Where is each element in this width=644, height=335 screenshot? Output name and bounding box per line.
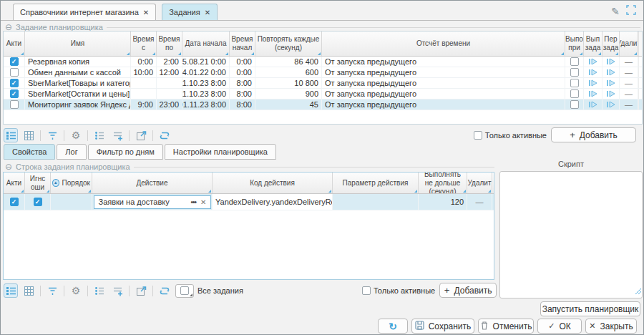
bullet-list-icon[interactable]	[92, 128, 107, 142]
active-checkbox[interactable]	[10, 89, 19, 98]
add-line-button[interactable]: + Добавить	[439, 283, 497, 298]
ellipsis-button[interactable]: •••	[188, 198, 200, 206]
export-icon[interactable]	[134, 283, 148, 298]
run-task-icon[interactable]	[584, 99, 602, 110]
close-button[interactable]: ✕ Закрыть	[585, 319, 637, 334]
clear-icon[interactable]: ✕	[199, 198, 210, 206]
add-task-button[interactable]: + Добавить	[551, 127, 636, 142]
run-task-icon[interactable]	[584, 78, 602, 88]
only-active-checkbox[interactable]	[362, 286, 371, 295]
cancel-button[interactable]: Отменить	[478, 319, 534, 334]
column-header-start-time[interactable]: Время начал	[230, 31, 255, 56]
add-row-icon[interactable]	[110, 283, 125, 298]
run-at-checkbox[interactable]	[570, 68, 579, 77]
edit-pencil-icon[interactable]: ✎	[611, 6, 620, 16]
delete-row-button[interactable]: —	[620, 67, 638, 77]
column-header-action-param[interactable]: Параметр действия	[333, 173, 419, 193]
column-header-active[interactable]: Акти	[4, 173, 25, 193]
list-view-icon[interactable]	[4, 128, 18, 142]
column-header-countdown[interactable]: Отсчёт времени	[322, 31, 565, 56]
column-header-time-from[interactable]: Время с	[131, 31, 157, 56]
column-header-action[interactable]: Действие	[92, 173, 213, 193]
script-textarea[interactable]	[499, 171, 643, 298]
tab-tasks[interactable]: Задания ✕	[162, 4, 218, 20]
close-icon[interactable]: ✕	[205, 9, 210, 16]
close-icon[interactable]: ✕	[143, 9, 149, 16]
column-header-start-date[interactable]: Дата начала	[182, 31, 230, 56]
table-row[interactable]: Обмен данными с кассой 10:00 12:00 14.01…	[4, 67, 642, 78]
delete-row-button[interactable]: —	[620, 78, 638, 88]
only-active-filter[interactable]: Только активные	[362, 286, 435, 295]
active-checkbox[interactable]	[10, 79, 19, 87]
refresh-button[interactable]: ↻	[378, 319, 408, 334]
save-button[interactable]: Сохранить	[411, 319, 474, 334]
run-at-checkbox[interactable]	[570, 57, 579, 66]
rerun-task-icon[interactable]	[602, 78, 620, 88]
column-header-time-to[interactable]: Время по	[157, 31, 182, 56]
delete-row-button[interactable]: —	[620, 89, 638, 99]
fullscreen-icon[interactable]	[626, 5, 636, 18]
run-scheduler-button[interactable]: Запустить планировщик	[540, 301, 640, 316]
only-active-filter[interactable]: Только активные	[474, 131, 547, 140]
scrollbar-track[interactable]	[638, 31, 643, 56]
reload-icon[interactable]	[157, 128, 172, 142]
resize-handle[interactable]	[634, 284, 641, 297]
column-header-run-at[interactable]: Выпо при	[565, 31, 584, 56]
rerun-task-icon[interactable]	[602, 99, 620, 110]
delete-row-button[interactable]: —	[620, 57, 638, 67]
column-header-delete[interactable]: Удалит	[467, 173, 492, 193]
delete-row-button[interactable]: —	[467, 194, 492, 210]
filter-icon[interactable]	[45, 283, 59, 298]
column-header-rerun-task[interactable]: Пер зада	[602, 31, 620, 56]
column-header-delete[interactable]: Удалит	[620, 31, 638, 56]
column-header-order[interactable]: ▲ Порядок	[51, 173, 92, 193]
column-header-active[interactable]: Акти	[4, 31, 25, 56]
table-row-selected[interactable]: Мониторинг заявок Яндекс Дост 9:00 23:00…	[4, 99, 642, 110]
task-line-row[interactable]: Заявки на доставку ••• ✕ YandexDelivery.…	[4, 194, 494, 210]
column-header-ignore-errors[interactable]: Игнс оши	[25, 173, 51, 193]
gear-icon[interactable]: ⚙	[69, 128, 83, 142]
grid-view-icon[interactable]	[21, 283, 36, 298]
run-task-icon[interactable]	[584, 67, 602, 77]
only-active-checkbox[interactable]	[474, 131, 482, 140]
rerun-task-icon[interactable]	[602, 57, 620, 67]
collapse-icon[interactable]: ⊖	[5, 162, 12, 171]
run-at-checkbox[interactable]	[570, 89, 579, 98]
active-checkbox[interactable]	[10, 100, 19, 109]
active-checkbox[interactable]	[10, 68, 19, 77]
tab-scheduler-settings[interactable]: Настройки планировщика	[165, 144, 276, 160]
table-row[interactable]: SberMarket[Товары и категории] 11.10.23 …	[4, 78, 642, 89]
run-task-icon[interactable]	[584, 57, 602, 67]
rerun-task-icon[interactable]	[602, 67, 620, 77]
table-row[interactable]: SberMarket[Остатки и цены] 11.10.23 8:00…	[4, 89, 642, 99]
gear-icon[interactable]: ⚙	[69, 283, 83, 298]
tab-log[interactable]: Лог	[57, 144, 86, 160]
grid-view-icon[interactable]	[21, 128, 36, 142]
add-row-icon[interactable]	[110, 128, 125, 142]
action-editor[interactable]: Заявки на доставку ••• ✕	[94, 195, 211, 209]
column-header-name[interactable]: Имя	[25, 31, 131, 56]
column-header-max-duration[interactable]: Выполнять не дольше (секунд)	[419, 173, 467, 193]
table-row[interactable]: Резервная копия 0:00 2:00 25.08.21 0:00 …	[4, 57, 642, 67]
export-icon[interactable]	[134, 128, 148, 142]
active-checkbox[interactable]	[10, 198, 19, 206]
rerun-task-icon[interactable]	[602, 89, 620, 99]
active-checkbox[interactable]	[10, 57, 19, 66]
column-header-repeat[interactable]: Повторять каждые (секунд)	[255, 31, 322, 56]
filter-icon[interactable]	[45, 128, 59, 142]
list-view-icon[interactable]	[4, 283, 18, 298]
column-header-run-task[interactable]: Вып зада	[584, 31, 602, 56]
tab-day-filter[interactable]: Фильтр по дням	[88, 144, 163, 160]
ok-button[interactable]: ✓ ОК	[537, 319, 582, 334]
run-at-checkbox[interactable]	[570, 79, 579, 87]
all-tasks-checkbox[interactable]	[175, 284, 194, 298]
tab-directories[interactable]: Справочники интернет магазина ✕	[13, 4, 156, 20]
reload-icon[interactable]	[157, 283, 172, 298]
run-at-checkbox[interactable]	[570, 100, 579, 109]
delete-row-button[interactable]: —	[620, 99, 638, 110]
column-header-action-code[interactable]: Код действия	[213, 173, 333, 193]
ignore-errors-checkbox[interactable]	[34, 198, 42, 206]
bullet-list-icon[interactable]	[92, 283, 107, 298]
tab-properties[interactable]: Свойства	[4, 144, 55, 160]
run-task-icon[interactable]	[584, 89, 602, 99]
